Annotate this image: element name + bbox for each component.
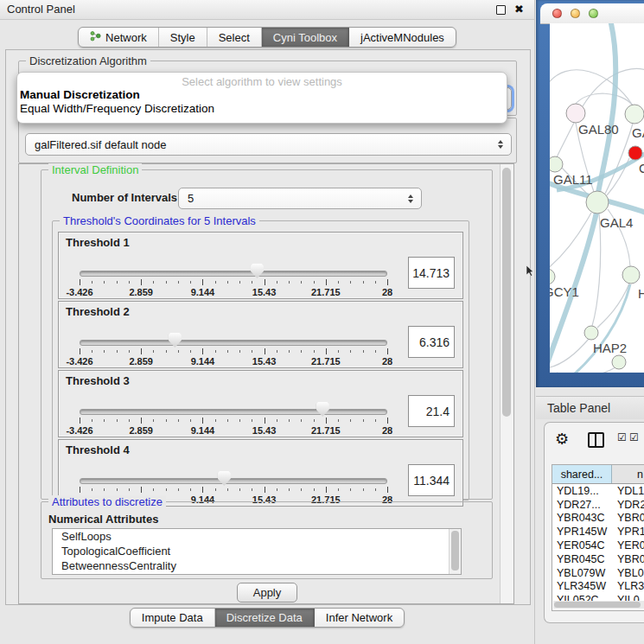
slider-track xyxy=(80,409,387,415)
network-node[interactable] xyxy=(550,156,563,172)
table-row[interactable]: YBR043CYBR0 xyxy=(552,512,644,526)
tick-mark xyxy=(350,419,351,422)
group-title: Interval Definition xyxy=(48,163,142,176)
tab-select[interactable]: Select xyxy=(207,28,262,47)
threshold-slider[interactable]: -3.4262.8599.14415.4321.71528 xyxy=(80,397,387,437)
tab-cyni-toolbox[interactable]: Cyni Toolbox xyxy=(262,28,349,47)
network-window-titlebar[interactable] xyxy=(540,3,644,24)
threshold-value-field[interactable]: 14.713 xyxy=(408,257,455,289)
minimize-traffic-light-icon[interactable] xyxy=(571,9,580,18)
network-node[interactable] xyxy=(584,326,598,340)
checkbox-icon[interactable]: ☑ xyxy=(617,431,627,443)
gear-icon[interactable]: ⚙ xyxy=(555,430,569,448)
table-header-row: shared...n xyxy=(552,465,644,484)
tab-discretize-data[interactable]: Discretize Data xyxy=(215,609,315,627)
tick-mark xyxy=(104,281,105,284)
tick-mark xyxy=(350,488,351,491)
zoom-traffic-light-icon[interactable] xyxy=(589,9,598,18)
tick-label: 21.715 xyxy=(311,287,341,297)
popup-option-manual[interactable]: Manual Discretization xyxy=(20,88,507,102)
tick-mark xyxy=(190,281,191,284)
table-data-combo[interactable]: galFiltered.sif default node xyxy=(25,133,512,156)
network-edge[interactable] xyxy=(550,70,633,105)
tab-network[interactable]: Network xyxy=(79,28,159,47)
group-title: Attributes to discretize xyxy=(48,495,166,508)
vertical-scrollbar[interactable] xyxy=(500,164,513,603)
network-node[interactable] xyxy=(550,269,555,284)
threshold-value-field[interactable]: 11.344 xyxy=(408,464,455,496)
tick-mark xyxy=(117,350,118,353)
network-node[interactable] xyxy=(625,105,644,124)
network-view-window[interactable]: GAL80GACGAL11GAL4GCY1HHAP2 xyxy=(536,0,644,387)
node-label: GAL11 xyxy=(553,172,593,187)
number-of-intervals-combo[interactable]: 5 xyxy=(178,188,422,209)
table-row[interactable]: YDL19...YDL1 xyxy=(552,484,644,498)
network-edge[interactable] xyxy=(557,367,615,373)
apply-button[interactable]: Apply xyxy=(237,583,297,603)
node-attribute-table[interactable]: shared...n YDL19...YDL1YDR27...YDR2YBR04… xyxy=(552,464,644,611)
threshold-value-field[interactable]: 21.4 xyxy=(408,395,455,427)
float-window-icon[interactable] xyxy=(496,5,506,15)
table-row[interactable]: YLR345WYLR3 xyxy=(552,580,644,594)
table-row[interactable]: YDR27...YDR2 xyxy=(552,498,644,512)
network-canvas[interactable]: GAL80GACGAL11GAL4GCY1HHAP2 xyxy=(550,23,644,373)
tick-mark xyxy=(202,418,203,424)
split-columns-icon[interactable] xyxy=(588,432,604,448)
horizontal-scrollbar[interactable] xyxy=(553,601,644,609)
attributes-list[interactable]: SelfLoopsTopologicalCoefficientBetweenne… xyxy=(52,528,462,575)
tick-mark xyxy=(104,419,105,422)
network-edge[interactable] xyxy=(598,23,615,193)
column-header[interactable]: shared... xyxy=(552,465,612,483)
table-row[interactable]: YBR045CYBR0 xyxy=(552,552,644,566)
scrollbar-thumb[interactable] xyxy=(502,168,511,417)
node-label: GCY1 xyxy=(550,284,579,299)
tick-mark xyxy=(129,350,130,353)
column-header[interactable]: n xyxy=(612,465,644,483)
table-row[interactable]: YBL079WYBL0 xyxy=(552,566,644,580)
tick-mark xyxy=(178,419,179,422)
table-rows: YDL19...YDL1YDR27...YDR2YBR043CYBR0YPR14… xyxy=(552,484,644,607)
table-row[interactable]: YER054CYER0 xyxy=(552,539,644,552)
slider-track xyxy=(80,478,387,484)
network-node[interactable] xyxy=(628,146,642,160)
network-node[interactable] xyxy=(586,191,609,214)
checkbox-icon[interactable]: ☑ xyxy=(629,431,639,443)
threshold-slider[interactable]: -3.4262.8599.14415.4321.71528 xyxy=(80,258,387,298)
threshold-slider[interactable]: -3.4262.8599.14415.4321.71528 xyxy=(80,328,387,367)
network-node[interactable] xyxy=(612,355,626,369)
tab-impute-data[interactable]: Impute Data xyxy=(131,609,215,627)
threshold-label: Threshold 1 xyxy=(66,236,130,249)
tick-mark xyxy=(166,419,167,422)
list-item[interactable]: TopologicalCoefficient xyxy=(53,544,461,558)
network-graph[interactable]: GAL80GACGAL11GAL4GCY1HHAP2 xyxy=(550,23,644,373)
scrollbar-thumb[interactable] xyxy=(554,602,641,608)
threshold-value-field[interactable]: 6.316 xyxy=(408,326,455,358)
tick-mark xyxy=(363,350,364,353)
scrollbar-thumb[interactable] xyxy=(451,531,459,571)
tick-label: 15.43 xyxy=(252,287,277,297)
threshold-stack: Threshold 1-3.4262.8599.14415.4321.71528… xyxy=(58,232,463,508)
list-item[interactable]: SelfLoops xyxy=(53,529,461,544)
list-item[interactable]: BetweennessCentrality xyxy=(53,558,461,573)
tick-mark xyxy=(202,348,203,354)
tab-style[interactable]: Style xyxy=(159,28,207,47)
network-node[interactable] xyxy=(566,104,585,123)
list-scrollbar[interactable] xyxy=(449,529,461,574)
control-panel-titlebar: Control Panel ✖ xyxy=(0,0,534,20)
slider-tick-marks xyxy=(80,487,387,494)
popup-option-equal-width[interactable]: Equal Width/Frequency Discretization xyxy=(20,102,507,116)
tick-mark xyxy=(178,281,179,284)
network-edge[interactable] xyxy=(557,123,574,157)
tick-mark xyxy=(252,419,252,422)
close-icon[interactable]: ✖ xyxy=(514,3,524,16)
tab-label: jActiveMNodules xyxy=(360,31,444,44)
top-tab-group: NetworkStyleSelectCyni ToolboxjActiveMNo… xyxy=(78,27,456,48)
tab-infer-network[interactable]: Infer Network xyxy=(315,609,404,627)
close-traffic-light-icon[interactable] xyxy=(552,9,562,18)
network-node[interactable] xyxy=(622,266,640,284)
tick-mark xyxy=(277,419,277,422)
table-row[interactable]: YPR145WYPR1 xyxy=(552,525,644,539)
tick-mark xyxy=(80,279,80,285)
tab-jactivemnodules[interactable]: jActiveMNodules xyxy=(349,28,456,47)
tick-mark xyxy=(166,281,167,284)
